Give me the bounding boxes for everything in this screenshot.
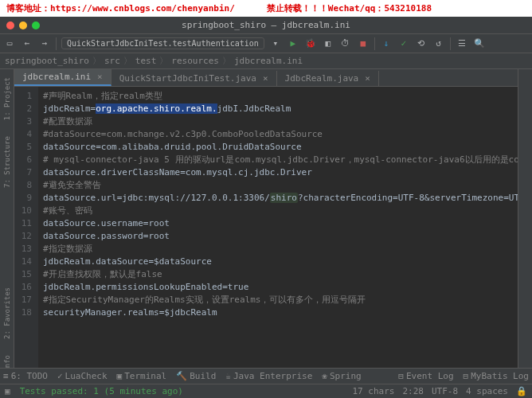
tests-status[interactable]: Tests passed: 1 (5 minutes ago) <box>20 386 183 396</box>
breadcrumb: springboot_shiro〉 src〉 test〉 resources〉 … <box>0 53 532 69</box>
breadcrumb-item[interactable]: jdbcrealm.ini <box>234 56 303 66</box>
todo-tool-tab[interactable]: ≡ 6: TODO <box>3 371 48 381</box>
close-icon[interactable]: × <box>365 73 370 84</box>
coverage-icon[interactable]: ◧ <box>322 37 334 50</box>
code-content[interactable]: #声明Realm，指定realm类型 jdbcRealm=org.apache.… <box>38 87 518 368</box>
status-bar: ▣ Tests passed: 1 (5 minutes ago) 17 cha… <box>0 384 532 398</box>
tab-jdbcrealm[interactable]: jdbcrealm.ini× <box>14 69 111 86</box>
breadcrumb-item[interactable]: test <box>135 56 157 66</box>
spring-tool-tab[interactable]: ❀ Spring <box>322 371 361 381</box>
info-tool-tab[interactable]: nfo <box>3 355 11 368</box>
indent-setting[interactable]: 4 spaces <box>466 386 508 396</box>
close-icon[interactable]: × <box>263 73 268 84</box>
run-config-selector[interactable]: QuickStartJdbcIniTest.testAuthentication <box>61 37 264 49</box>
close-window-icon[interactable] <box>6 21 14 29</box>
debug-icon[interactable]: 🐞 <box>304 37 317 50</box>
favorites-tool-tab[interactable]: 2: Favorites <box>3 287 11 339</box>
vcs-revert-icon[interactable]: ↺ <box>432 37 445 50</box>
watermark-banner: 博客地址：https://www.cnblogs.com/chenyanbin/… <box>0 0 532 17</box>
tab-quickstart-test[interactable]: QuickStartJdbcIniTest.java× <box>111 71 277 86</box>
code-editor[interactable]: 123456789 101112131415161718 #声明Realm，指定… <box>14 87 518 368</box>
profile-icon[interactable]: ⏱ <box>339 37 352 50</box>
text-selection: org.apache.shiro.realm. <box>96 103 217 114</box>
left-tool-rail: 1: Project 7: Structure 2: Favorites nfo <box>0 69 14 368</box>
back-icon[interactable]: ← <box>21 37 33 50</box>
forward-icon[interactable]: → <box>38 37 51 50</box>
breadcrumb-item[interactable]: src <box>104 56 120 66</box>
eventlog-tool-tab[interactable]: ⊟ Event Log <box>398 371 453 381</box>
vcs-history-icon[interactable]: ⟲ <box>415 37 428 50</box>
vcs-commit-icon[interactable]: ✓ <box>397 37 410 50</box>
javaee-tool-tab[interactable]: ☕ Java Enterprise <box>225 371 312 381</box>
editor-tabs: jdbcrealm.ini× QuickStartJdbcIniTest.jav… <box>14 69 518 87</box>
file-encoding[interactable]: UTF-8 <box>432 386 458 396</box>
breadcrumb-item[interactable]: resources <box>171 56 219 66</box>
search-icon[interactable]: 🔍 <box>473 37 486 50</box>
tab-jdbcrealm-java[interactable]: JdbcRealm.java× <box>277 71 379 86</box>
right-tool-rail <box>518 69 532 368</box>
build-tool-tab[interactable]: 🔨 Build <box>176 371 216 381</box>
structure-icon[interactable]: ☰ <box>456 37 468 50</box>
tool-windows-icon[interactable]: ▣ <box>5 386 10 396</box>
main-toolbar: ▭ ← → QuickStartJdbcIniTest.testAuthenti… <box>0 34 532 53</box>
luacheck-tool-tab[interactable]: ✓ LuaCheck <box>57 371 108 381</box>
project-tool-tab[interactable]: 1: Project <box>3 77 11 120</box>
status-chars: 17 chars <box>352 386 394 396</box>
maximize-window-icon[interactable] <box>32 21 40 29</box>
caret-position[interactable]: 2:28 <box>402 386 424 396</box>
minimize-window-icon[interactable] <box>19 21 27 29</box>
mybatis-tool-tab[interactable]: ⊟ MyBatis Log <box>464 371 529 381</box>
structure-tool-tab[interactable]: 7: Structure <box>3 136 11 188</box>
run-icon[interactable]: ▶ <box>287 37 299 50</box>
bottom-tool-tabs: ≡ 6: TODO ✓ LuaCheck ▣ Terminal 🔨 Build … <box>0 368 532 384</box>
macos-titlebar: springboot_shiro – jdbcrealm.ini <box>0 17 532 34</box>
window-title: springboot_shiro – jdbcrealm.ini <box>182 20 350 30</box>
terminal-tool-tab[interactable]: ▣ Terminal <box>117 371 167 381</box>
stop-icon[interactable]: ■ <box>357 37 370 50</box>
close-icon[interactable]: × <box>97 72 103 82</box>
lock-icon[interactable]: 🔒 <box>516 386 527 396</box>
breadcrumb-item[interactable]: springboot_shiro <box>5 56 89 66</box>
dropdown-icon[interactable]: ▾ <box>269 37 282 50</box>
open-icon[interactable]: ▭ <box>3 37 16 50</box>
line-gutter: 123456789 101112131415161718 <box>14 87 38 368</box>
vcs-update-icon[interactable]: ↓ <box>380 37 393 50</box>
